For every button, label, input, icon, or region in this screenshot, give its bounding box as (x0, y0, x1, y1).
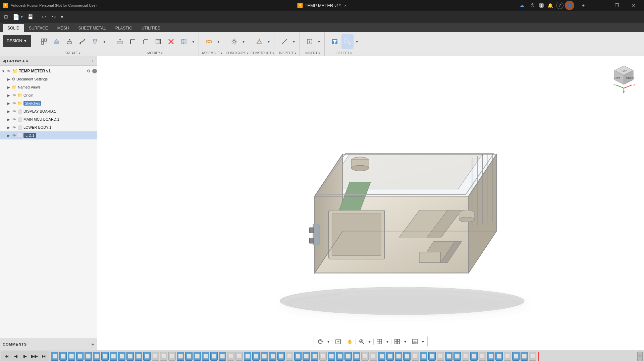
tl-item-26[interactable]: ⬜ (261, 352, 268, 361)
expand-arrow-named-views[interactable]: ▶ (7, 85, 11, 89)
comments-add-icon[interactable]: + (92, 342, 94, 347)
tree-item-sketches[interactable]: ▶ 👁 📁 Sketches (0, 99, 97, 107)
extrude-icon[interactable] (51, 34, 63, 49)
expand-arrow-mcu[interactable]: ▶ (7, 117, 11, 121)
tl-item-53[interactable]: ⬜ (487, 352, 494, 361)
tl-item-11[interactable]: ⬜ (135, 352, 142, 361)
tl-item-23[interactable]: ⬜ (235, 352, 243, 361)
eye-icon-mcu[interactable]: 👁 (12, 117, 16, 122)
tab-utilities[interactable]: UTILITIES (137, 24, 165, 32)
tab-sheet-metal[interactable]: SHEET METAL (73, 24, 110, 32)
tree-item-display-board[interactable]: ▶ 👁 ⬜ DISPLAY BOARD:1 (0, 107, 97, 115)
tl-item-17[interactable]: ⬜ (185, 352, 193, 361)
tl-item-42[interactable]: ⬜ (395, 352, 402, 361)
maximize-btn[interactable]: ❐ (609, 0, 625, 11)
user-avatar[interactable]: 👤 (565, 1, 574, 10)
pan-icon[interactable]: ✋ (345, 337, 354, 346)
redo-icon[interactable]: ↪ (49, 12, 59, 21)
tl-item-7[interactable]: ⬜ (101, 352, 109, 361)
insert-dropdown[interactable]: ▼ (316, 34, 322, 49)
tl-item-24[interactable]: ⬜ (244, 352, 251, 361)
tl-item-54[interactable]: ⬜ (495, 352, 503, 361)
tl-item-31[interactable]: ⬜ (303, 352, 310, 361)
tab-surface[interactable]: SURFACE (24, 24, 53, 32)
tl-item-25[interactable]: ⬜ (252, 352, 260, 361)
environment-dropdown[interactable]: ▼ (421, 337, 425, 346)
construct-dropdown[interactable]: ▼ (266, 34, 271, 49)
tl-item-50[interactable]: ⬜ (462, 352, 469, 361)
tl-item-52[interactable]: ⬜ (479, 352, 486, 361)
tree-item-origin[interactable]: ▶ 👁 📁 Origin (0, 91, 97, 99)
save-icon[interactable]: 💾 (25, 12, 35, 21)
revolve-icon[interactable] (63, 34, 75, 49)
sweep-icon[interactable] (76, 34, 88, 49)
tree-item-lower-body[interactable]: ▶ 👁 ⬜ LOWER BODY:1 (0, 123, 97, 131)
display-mode-icon[interactable] (375, 337, 384, 346)
viewport[interactable]: TOP LEFT FRONT X Y Z ▼ (97, 56, 644, 350)
tl-item-49[interactable]: ⬜ (453, 352, 461, 361)
tl-item-12[interactable]: ⬜ (143, 352, 151, 361)
expand-arrow-doc[interactable]: ▶ (7, 77, 11, 81)
insert-icon[interactable] (304, 34, 316, 49)
tl-item-38[interactable]: ⬜ (361, 352, 369, 361)
measure-icon[interactable] (278, 34, 290, 49)
plus-btn[interactable]: + (576, 0, 591, 11)
tl-item-36[interactable]: ⬜ (344, 352, 352, 361)
expand-arrow-origin[interactable]: ▶ (7, 93, 11, 97)
new-component-icon[interactable]: + (38, 34, 50, 49)
tl-item-3[interactable]: ⬜ (68, 352, 75, 361)
timeline-scrollbar-end[interactable]: ≡ (637, 352, 643, 361)
orbit-dropdown[interactable]: ▼ (326, 337, 331, 346)
tl-item-18[interactable]: ⬜ (194, 352, 201, 361)
timeline-next[interactable]: ▶▶ (30, 352, 39, 361)
tl-item-20[interactable]: ⬜ (210, 352, 218, 361)
tl-item-56[interactable]: ⬜ (512, 352, 520, 361)
configure-icon[interactable] (228, 34, 240, 49)
create-dropdown[interactable]: ▼ (102, 34, 107, 49)
tl-item-33[interactable]: ⬜ (319, 352, 327, 361)
tl-item-55[interactable]: ⬜ (504, 352, 511, 361)
tl-item-41[interactable]: ⬜ (386, 352, 394, 361)
tl-item-15[interactable]: ⬜ (168, 352, 176, 361)
tl-item-34[interactable]: ⬜ (328, 352, 335, 361)
chamfer-icon[interactable] (140, 34, 152, 49)
tl-item-2[interactable]: ⬜ (59, 352, 67, 361)
undo-icon[interactable]: ↩ (39, 12, 49, 21)
eye-icon-lower-body[interactable]: 👁 (12, 125, 16, 130)
tl-item-29[interactable]: ⬜ (286, 352, 293, 361)
tl-item-27[interactable]: ⬜ (269, 352, 276, 361)
tl-item-51[interactable]: ⬜ (470, 352, 478, 361)
tl-item-19[interactable]: ⬜ (202, 352, 209, 361)
expand-arrow-sketches[interactable]: ▶ (7, 101, 11, 105)
tl-item-6[interactable]: ⬜ (93, 352, 100, 361)
tree-item-mcu-board[interactable]: ▶ 👁 ⬜ MAIN MCU BOARD:1 (0, 115, 97, 123)
zoom-icon[interactable] (357, 337, 366, 346)
split-face-icon[interactable] (178, 34, 190, 49)
tl-item-16[interactable]: ⬜ (177, 352, 184, 361)
help-icon[interactable]: ? (556, 2, 564, 9)
design-button[interactable]: DESIGN ▼ (3, 35, 31, 47)
tl-item-1[interactable]: ⬜ (51, 352, 58, 361)
expand-arrow-root[interactable]: ▼ (1, 69, 5, 73)
orbit-icon[interactable] (316, 337, 325, 346)
remove-icon[interactable] (165, 34, 177, 49)
tl-item-28[interactable]: ⬜ (277, 352, 285, 361)
tl-item-43[interactable]: ⬜ (403, 352, 411, 361)
tl-item-35[interactable]: ⬜ (336, 352, 343, 361)
configure-dropdown[interactable]: ▼ (241, 34, 246, 49)
timeline-go-end[interactable]: ⏭ (40, 352, 48, 361)
tl-item-4[interactable]: ⬜ (76, 352, 84, 361)
tl-item-10[interactable]: ⬜ (126, 352, 134, 361)
tl-item-32[interactable]: ⬜ (311, 352, 318, 361)
eye-icon-origin[interactable]: 👁 (12, 93, 16, 98)
tl-item-22[interactable]: ⬜ (227, 352, 234, 361)
tl-item-57[interactable]: ⬜ (521, 352, 528, 361)
inspect-dropdown[interactable]: ▼ (291, 34, 297, 49)
view-cube[interactable]: TOP LEFT FRONT X Y Z (610, 63, 637, 90)
loft-icon[interactable] (89, 34, 101, 49)
select-box-icon[interactable] (341, 34, 354, 49)
grid-menu-icon[interactable]: ⊞ (1, 12, 11, 21)
shell-icon[interactable] (152, 34, 164, 49)
browser-add-icon[interactable]: + (92, 58, 94, 64)
tl-item-13[interactable]: ⬜ (152, 352, 159, 361)
